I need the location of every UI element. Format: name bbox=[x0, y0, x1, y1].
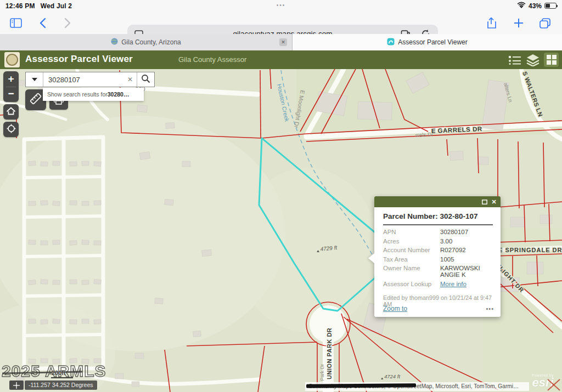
suggestion-term: 30280… bbox=[108, 91, 130, 98]
layers-icon[interactable] bbox=[525, 53, 540, 67]
parcel-search-widget: 30280107 ✕ bbox=[25, 72, 155, 87]
status-indicators: 43% bbox=[517, 2, 557, 10]
basemap-gallery-icon[interactable] bbox=[544, 53, 559, 67]
home-icon bbox=[7, 107, 15, 117]
suggestion-prefix: Show search results for bbox=[47, 91, 108, 98]
county-seal-logo bbox=[4, 52, 20, 67]
home-extent-button[interactable] bbox=[3, 104, 19, 120]
safari-toolbar: gilacountyaz.maps.arcgis.com bbox=[0, 12, 562, 34]
field-label: Assessor Lookup bbox=[383, 281, 440, 287]
popup-maximize-icon[interactable] bbox=[481, 198, 488, 206]
browser-chrome: 12:46 PMWed Jul 2 ••• 43% gilacountyaz.m… bbox=[0, 0, 562, 34]
popup-body: Parcel Number: 302-80-107 APN30280107 Ac… bbox=[374, 207, 501, 308]
tab1-label: Gila County, Arizona bbox=[121, 38, 181, 46]
tab-gila-county[interactable]: Gila County, Arizona ✕ bbox=[0, 34, 293, 50]
springdale-dr-label: E SPRINGDALE DR bbox=[498, 247, 562, 253]
zoom-in-button[interactable]: + bbox=[3, 71, 19, 87]
chevron-down-icon bbox=[32, 78, 37, 81]
search-submit-button[interactable] bbox=[137, 72, 154, 87]
popup-pointer bbox=[368, 253, 374, 263]
share-icon[interactable] bbox=[483, 15, 499, 31]
tab2-label: Assessor Parcel Viewer bbox=[398, 38, 468, 46]
field-value: R027092 bbox=[440, 247, 493, 253]
popup-footer: Zoom to ••• bbox=[383, 305, 494, 313]
legend-icon[interactable] bbox=[507, 53, 522, 67]
field-label: Tax Area bbox=[383, 256, 440, 263]
sidebar-toggle-icon[interactable] bbox=[8, 15, 24, 31]
popup-more-options[interactable]: ••• bbox=[486, 305, 494, 312]
field-label: APN bbox=[383, 229, 440, 235]
app-header: Assessor Parcel Viewer Gila County Asses… bbox=[0, 50, 562, 69]
field-value: 3.00 bbox=[440, 238, 493, 245]
coordinate-readout: -111.257 34.252 Degrees bbox=[25, 380, 97, 390]
search-icon bbox=[141, 74, 150, 86]
union-park-dr-label: UNION PARK DR bbox=[326, 328, 333, 379]
popup-header[interactable]: ✕ bbox=[374, 196, 501, 207]
elevation-4724-label: 4724 ft bbox=[384, 373, 400, 379]
zoom-control: + − bbox=[3, 71, 19, 102]
field-value: 30280107 bbox=[440, 229, 493, 235]
popup-title: Parcel Number: 302-80-107 bbox=[383, 212, 493, 220]
field-label: Owner Name bbox=[383, 265, 440, 278]
locate-icon bbox=[7, 124, 16, 135]
back-icon[interactable] bbox=[34, 15, 50, 31]
scale-bar-label: 200ft bbox=[52, 370, 66, 376]
parcel-popup: ✕ Parcel Number: 302-80-107 APN30280107 … bbox=[374, 196, 501, 317]
zoom-to-link[interactable]: Zoom to bbox=[383, 305, 407, 313]
app-subtitle: Gila County Assessor bbox=[178, 55, 246, 64]
scale-bar-line bbox=[51, 377, 73, 378]
tab2-favicon-arcgis-icon bbox=[387, 38, 395, 47]
battery-icon bbox=[544, 3, 557, 9]
app-title: Assessor Parcel Viewer bbox=[25, 54, 133, 65]
attribution-redaction-bar bbox=[306, 383, 416, 388]
watermark-x-mark bbox=[547, 378, 561, 391]
multitask-handle[interactable]: ••• bbox=[0, 2, 562, 8]
popup-close-icon[interactable]: ✕ bbox=[490, 198, 498, 206]
zoom-out-button[interactable]: − bbox=[3, 87, 19, 103]
field-value: KARWOWSKI ANGIE K bbox=[440, 265, 493, 278]
locate-button[interactable] bbox=[3, 122, 19, 137]
ruler-icon bbox=[29, 92, 43, 108]
popup-attribute-table: APN30280107 Acres3.00 Account NumberR027… bbox=[383, 229, 493, 287]
field-label: Acres bbox=[383, 238, 440, 245]
tab-overview-icon[interactable] bbox=[537, 15, 553, 31]
search-suggestion-item[interactable]: Show search results for 30280… bbox=[43, 88, 144, 101]
tab1-favicon-globe-icon bbox=[111, 38, 118, 47]
search-input[interactable]: 30280107 bbox=[43, 72, 123, 87]
tab-bar: Gila County, Arizona ✕ Assessor Parcel V… bbox=[0, 34, 562, 50]
field-label: Account Number bbox=[383, 247, 440, 253]
more-info-link[interactable]: More info bbox=[440, 281, 493, 287]
tab-assessor-parcel-viewer[interactable]: Assessor Parcel Viewer bbox=[293, 34, 562, 50]
wifi-icon bbox=[517, 2, 526, 10]
field-value: 1005 bbox=[440, 256, 493, 263]
new-tab-icon[interactable] bbox=[510, 15, 527, 31]
search-source-dropdown[interactable] bbox=[26, 72, 43, 87]
tab1-close-icon[interactable]: ✕ bbox=[279, 38, 287, 46]
battery-percent: 43% bbox=[529, 2, 542, 10]
search-clear-icon[interactable]: ✕ bbox=[123, 72, 137, 87]
screen: 12:46 PMWed Jul 2 ••• 43% gilacountyaz.m… bbox=[0, 0, 562, 392]
coordinate-crosshair-icon[interactable] bbox=[9, 380, 24, 390]
forward-icon[interactable] bbox=[59, 15, 76, 31]
